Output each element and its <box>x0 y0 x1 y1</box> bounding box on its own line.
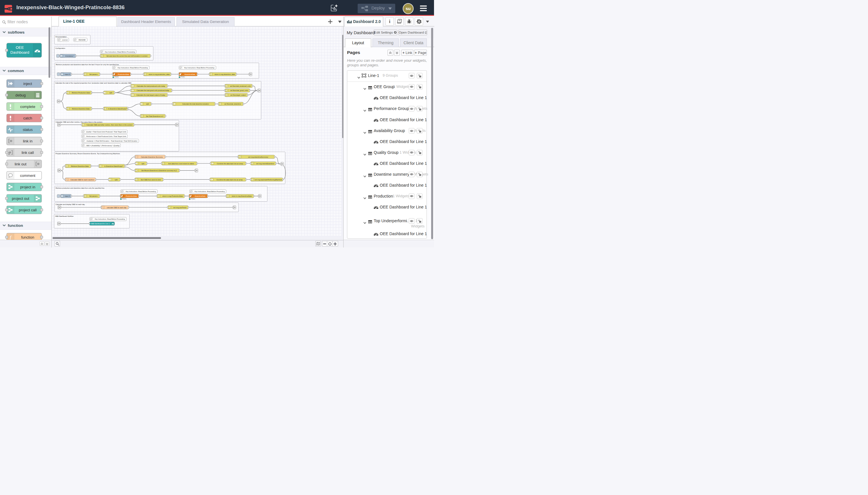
svg-text:Retrieve Downtime Data: Retrieve Downtime Data <box>72 108 90 110</box>
svg-text:OEE Dashboard for Line 1: OEE Dashboard for Line 1 <box>91 223 110 224</box>
svg-text:Calculate the total produced u: Calculate the total produced units today <box>137 85 165 87</box>
svg-text:catch: catch <box>23 116 32 120</box>
svg-text:Calculate OEE for each machine: Calculate OEE for each machine <box>70 178 94 180</box>
svg-text:Set and store the current line: Set and store the current line and shift… <box>106 55 148 57</box>
svg-text:link in: link in <box>23 139 32 143</box>
svg-text:Is Downtime Data Empty?: Is Downtime Data Empty? <box>104 165 123 167</box>
svg-text:inject ↻: inject ↻ <box>65 73 70 75</box>
svg-text:Retrieve Production Data: Retrieve Production Data <box>72 92 90 93</box>
svg-text:Set Recent Downtime & Downtime: Set Recent Downtime & Downtime summery t… <box>141 170 176 171</box>
svg-text:DowntimeData: DowntimeData <box>185 73 195 75</box>
svg-text:OEE = (Availability) * (Perfor: OEE = (Availability) * (Performance) * (… <box>86 144 120 146</box>
svg-text:Calculate and display OEE for: Calculate and display OEE for each day. <box>56 204 85 205</box>
svg-text:comment: comment <box>20 173 36 177</box>
svg-text:link call: link call <box>21 150 34 154</box>
svg-text:set flow.target_output: set flow.target_output <box>230 94 246 96</box>
svg-text:split: split <box>109 92 112 93</box>
svg-text:Calculate OEE and other metric: Calculate OEE and other metrics, then st… <box>86 124 133 126</box>
svg-text:Calculate the total target out: Calculate the total target output of tod… <box>136 94 165 96</box>
svg-text:split: split <box>141 163 144 164</box>
svg-text:set flow.total_good_units: set flow.total_good_units <box>230 89 248 91</box>
svg-text:License: License <box>62 39 67 40</box>
svg-text:ProductionData: ProductionData <box>118 73 129 75</box>
svg-text:RWC: RWC <box>115 76 119 78</box>
svg-text:inject ↻: inject ↻ <box>65 195 70 197</box>
svg-text:set flow.total_downtime: set flow.total_downtime <box>224 103 241 105</box>
svg-text:RWC: RWC <box>122 198 127 200</box>
svg-text:Calculate the total good units: Calculate the total good units produced … <box>137 89 169 91</box>
svg-text:project call: project call <box>19 208 36 212</box>
svg-text:Key Instructions: Read Before: Key Instructions: Read Before Proceeding <box>184 67 215 69</box>
svg-text:Set params: Set params <box>89 195 98 197</box>
svg-text:Configuration: Configuration <box>55 47 65 49</box>
svg-text:timestamp ¹: timestamp ¹ <box>66 55 74 57</box>
svg-text:Sort OEE from worst to best: Sort OEE from worst to best <box>141 178 161 180</box>
svg-text:status: status <box>23 127 33 132</box>
svg-text:complete: complete <box>20 104 35 108</box>
svg-text:Is Downtime Data Empty?: Is Downtime Data Empty? <box>108 108 127 110</box>
svg-text:Availavity = (Total Shift Dura: Availavity = (Total Shift Duration - Tot… <box>86 140 138 141</box>
svg-text:DowntimeData: DowntimeData <box>195 195 205 197</box>
svg-text:set flow.total_produced_units: set flow.total_produced_units <box>230 85 251 87</box>
svg-text:split: split <box>146 103 149 105</box>
svg-text:README: README <box>79 39 86 40</box>
svg-text:Calculate the total downtime d: Calculate the total downtime duration <box>182 103 209 105</box>
svg-text:RWC: RWC <box>191 198 195 200</box>
svg-text:Key Instructions: Read Before: Key Instructions: Read Before Proceeding <box>105 51 135 53</box>
svg-text:Key Instructions: Read Before: Key Instructions: Read Before Proceeding <box>126 191 156 192</box>
svg-text:set msg.recentDowntime: set msg.recentDowntime <box>256 163 274 164</box>
svg-text:inject: inject <box>23 81 32 86</box>
svg-text:Documentation: Documentation <box>55 36 67 38</box>
svg-text:link out: link out <box>15 161 27 166</box>
svg-text:ProductionData: ProductionData <box>126 195 137 197</box>
svg-text:store in msg.DowntimeData: store in msg.DowntimeData <box>232 195 251 197</box>
svg-text:Set params: Set params <box>89 73 98 75</box>
svg-text:debug: debug <box>15 93 25 97</box>
svg-text:store in msg.ProductionData: store in msg.ProductionData <box>162 195 183 197</box>
svg-text:Retrieve Downtime Data: Retrieve Downtime Data <box>71 165 88 167</box>
svg-text:store in msg.downtime_data: store in msg.downtime_data <box>214 73 235 75</box>
svg-text:project in: project in <box>20 185 35 189</box>
svg-text:Retrieve production and downti: Retrieve production and downtime data fr… <box>56 187 105 189</box>
svg-text:Calculate OEE and other metric: Calculate OEE and other metrics, then st… <box>56 121 103 123</box>
svg-text:Key Instructions: Read Before: Key Instructions: Read Before Proceeding <box>118 67 148 69</box>
svg-text:OEE: OEE <box>16 45 24 50</box>
svg-text:project out: project out <box>12 196 29 200</box>
svg-text:Calculate the total of the req: Calculate the total of the required prop… <box>55 82 132 84</box>
svg-text:set msg.topUnderPerformingMach: set msg.topUnderPerformingMachines <box>255 178 282 180</box>
svg-text:Quality = Total Good Units Pro: Quality = Total Good Units Produced / To… <box>86 131 126 133</box>
svg-text:Retrieve production and downti: Retrieve production and downtime data fr… <box>56 64 119 66</box>
svg-text:set msg.downtimeSummery: set msg.downtimeSummery <box>248 156 268 158</box>
svg-text:Key Instructions: Read Before: Key Instructions: Read Before Proceeding <box>195 191 225 192</box>
svg-text:Combine the data back into an: Combine the data back into an array. <box>217 163 243 164</box>
svg-text:OEE Dashboard Subflow: OEE Dashboard Subflow <box>55 215 74 217</box>
svg-text:RWC: RWC <box>181 76 186 78</box>
svg-text:Sort data from most recent to: Sort data from most recent to oldest <box>168 163 194 164</box>
svg-text:Performance = Total Produced U: Performance = Total Produced Units / Tot… <box>86 135 126 137</box>
svg-text:Calculate Downtime Summery: Calculate Downtime Summery <box>141 156 163 158</box>
svg-text:Set Total Downtime to 0: Set Total Downtime to 0 <box>146 115 163 117</box>
svg-text:Dashboard: Dashboard <box>10 50 29 54</box>
svg-text:set msg.oeeTrend: set msg.oeeTrend <box>173 206 186 208</box>
svg-text:calculate OEE for each day: calculate OEE for each day <box>107 206 127 208</box>
svg-text:function: function <box>21 235 34 239</box>
svg-text:split: split <box>115 178 118 180</box>
svg-text:Key Instructions: Read Before: Key Instructions: Read Before Proceeding <box>95 218 125 220</box>
svg-text:store in msg.production_data: store in msg.production_data <box>149 73 170 75</box>
svg-text:Prepare Downtime Summary, Rece: Prepare Downtime Summary, Recent Downtim… <box>56 153 120 154</box>
svg-text:Combine the data back into an: Combine the data back into an array. <box>216 178 243 180</box>
